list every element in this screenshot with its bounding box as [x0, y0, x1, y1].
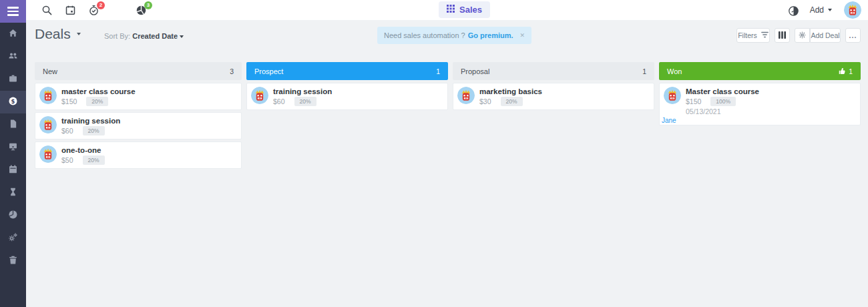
deals-title-dropdown[interactable]: Deals [35, 26, 81, 42]
deal-amount: $60 [273, 97, 285, 105]
briefcase-icon [8, 73, 18, 86]
deal-title: Master class course [686, 87, 855, 96]
deal-probability-badge: 100% [710, 97, 736, 106]
deal-title: training session [273, 87, 442, 96]
sidebar-item-calendar[interactable] [0, 159, 26, 182]
sidebar-item-settings[interactable] [0, 227, 26, 250]
banner-text: Need sales automation ? [384, 31, 465, 39]
sidebar-item-documents[interactable] [0, 113, 26, 136]
deal-card[interactable]: master class course $150 20% [35, 83, 242, 110]
calendar-icon[interactable] [65, 5, 76, 16]
column-name: Prospect [254, 67, 436, 75]
trash-icon [8, 255, 18, 268]
file-icon [8, 119, 18, 131]
deal-amount: $150 [686, 97, 701, 105]
deal-owner-avatar [457, 87, 475, 104]
deal-owner-avatar [664, 87, 681, 104]
sort-by: Sort By: Created Date [104, 32, 184, 40]
sidebar-item-organizations[interactable] [0, 68, 26, 91]
pie-chart-icon [8, 210, 18, 222]
caret-down-icon [77, 33, 81, 35]
column-header-won[interactable]: Won 1 [659, 62, 861, 80]
go-premium-link[interactable]: Go premium. [468, 31, 513, 39]
clock-icon[interactable] [788, 5, 798, 15]
deal-owner-avatar [39, 145, 57, 163]
column-count: 1 [849, 67, 853, 75]
funnel-icon [761, 31, 769, 39]
add-dropdown-button[interactable]: Add [810, 5, 832, 15]
tab-sales-label: Sales [459, 5, 482, 15]
deal-title: one-to-one [61, 145, 236, 155]
deal-amount: $50 [61, 156, 73, 164]
hourglass-icon [8, 187, 18, 200]
sidebar-item-contacts[interactable] [0, 45, 26, 68]
disc-icon[interactable]: 3 [136, 5, 147, 16]
deal-title: training session [61, 116, 236, 125]
top-navbar: 2 3 Sales Add [26, 0, 868, 20]
filters-button[interactable]: Filters [736, 28, 770, 43]
pipeline-settings-button[interactable] [795, 28, 810, 43]
deal-title: marketing basics [479, 87, 648, 96]
sidebar-item-reports[interactable] [0, 204, 26, 227]
thumbs-up-icon [839, 67, 846, 75]
user-avatar[interactable] [844, 1, 861, 19]
sidebar-item-activities[interactable] [0, 182, 26, 204]
deal-card[interactable]: marketing basics $30 20% [453, 83, 654, 110]
column-count: 3 [230, 67, 234, 75]
stopwatch-icon[interactable]: 2 [88, 5, 99, 16]
premium-banner: Need sales automation ? Go premium. ✕ [377, 27, 531, 44]
kanban-view-button[interactable] [775, 28, 790, 43]
add-deal-label: Add Deal [811, 31, 839, 39]
column-header-proposal[interactable]: Proposal 1 [453, 62, 654, 80]
activities-count-badge: 2 [97, 1, 105, 9]
column-header-new[interactable]: New 3 [35, 62, 242, 80]
add-deal-group: Add Deal [795, 28, 841, 43]
deal-owner-avatar [39, 87, 57, 104]
column-prospect: Prospect 1 training session $60 20% [246, 62, 448, 171]
deal-owner-link[interactable]: Jane [662, 117, 676, 124]
deal-probability-badge: 20% [86, 97, 108, 106]
column-count: 1 [436, 67, 440, 75]
users-icon [8, 51, 18, 63]
deal-title: master class course [61, 87, 236, 96]
sort-by-label: Sort By: [104, 32, 130, 40]
deal-card[interactable]: one-to-one $50 20% [35, 141, 242, 169]
kanban-icon [779, 31, 786, 40]
sidebar-item-trash[interactable] [0, 250, 26, 272]
deal-amount: $60 [61, 127, 73, 135]
filters-label: Filters [738, 31, 757, 39]
sidebar-item-home[interactable] [0, 23, 26, 45]
add-label: Add [810, 5, 824, 15]
tab-sales[interactable]: Sales [439, 1, 490, 18]
banner-close-icon[interactable]: ✕ [520, 32, 525, 39]
more-options-button[interactable]: ... [845, 28, 861, 43]
svg-text:$: $ [11, 97, 15, 104]
column-won: Won 1 Master class course $150 [659, 62, 861, 171]
grid-icon [447, 5, 455, 15]
deal-owner-avatar [251, 87, 268, 104]
calendar-side-icon [8, 164, 18, 177]
sidebar-item-deals[interactable]: $ [0, 91, 26, 113]
monitor-icon [8, 141, 18, 154]
hamburger-menu-button[interactable] [0, 0, 26, 23]
home-icon [8, 28, 18, 41]
deal-card[interactable]: training session $60 20% [35, 112, 242, 139]
column-name: Proposal [461, 67, 642, 75]
page-title: Deals [35, 26, 71, 42]
gear-icon [799, 31, 806, 40]
deal-probability-badge: 20% [83, 126, 105, 135]
sort-by-value[interactable]: Created Date [132, 32, 178, 40]
deal-probability-badge: 20% [83, 156, 105, 165]
deal-amount: $150 [61, 97, 77, 105]
sidebar-item-mail[interactable] [0, 136, 26, 159]
deals-toolbar: Deals Sort By: Created Date Need sales a… [26, 20, 868, 62]
deal-card[interactable]: training session $60 20% [246, 83, 448, 110]
cogs-icon [8, 232, 18, 245]
column-header-prospect[interactable]: Prospect 1 [246, 62, 448, 80]
kanban-board: New 3 master class course $150 20% [35, 62, 865, 171]
search-icon[interactable] [41, 5, 53, 16]
add-deal-button[interactable]: Add Deal [810, 28, 841, 43]
deal-probability-badge: 20% [294, 97, 316, 106]
deal-card[interactable]: Master class course $150 100% 05/13/2021… [659, 83, 861, 125]
notifications-count-badge: 3 [144, 1, 152, 9]
